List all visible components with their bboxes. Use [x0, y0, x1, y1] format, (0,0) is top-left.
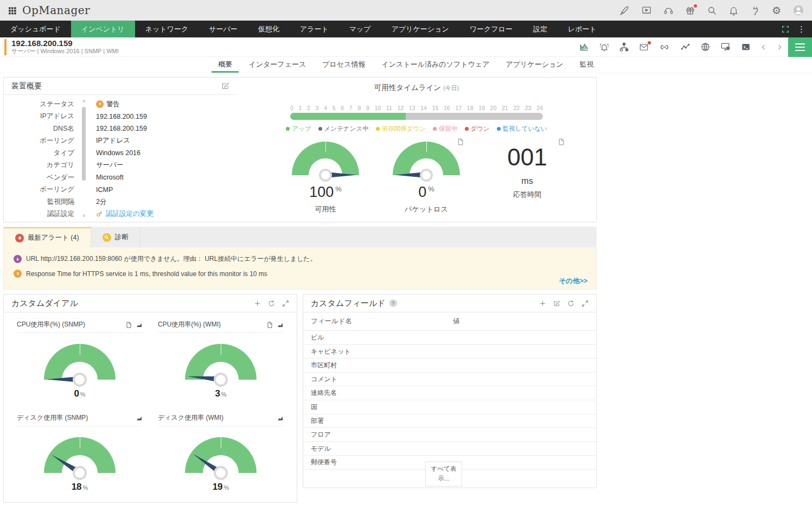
mail-icon[interactable] [638, 42, 649, 52]
graph-icon[interactable] [136, 415, 143, 421]
graph-icon[interactable] [277, 322, 284, 328]
dial-disk-wmi: ディスク使用率 (WMI) 19% [150, 413, 291, 492]
nav-settings[interactable]: 設定 [523, 21, 558, 37]
tab-interfaces[interactable]: インターフェース [242, 57, 312, 73]
mail-badge [648, 41, 651, 44]
monitor-test-icon[interactable] [125, 322, 132, 328]
add-icon[interactable] [539, 300, 546, 307]
nav-reports[interactable]: レポート [558, 21, 607, 37]
field-row: フロア [303, 428, 596, 442]
summary-row: タイプWindows 2016 [4, 147, 237, 159]
tab-diagnostics[interactable]: 診断 [91, 227, 140, 247]
tab-processes[interactable]: プロセス情報 [316, 57, 372, 73]
bell-icon[interactable] [728, 5, 739, 16]
summary-row: IPアドレス192.168.200.159 [4, 111, 237, 123]
search-icon[interactable] [707, 5, 717, 16]
column-value: 値 [453, 317, 460, 326]
menu-burger[interactable] [788, 37, 812, 57]
help-icon[interactable]: ? [389, 299, 397, 307]
summary-row: DNS名192.168.200.159 [4, 123, 237, 135]
device-title: 192.168.200.159 [11, 39, 119, 48]
availability-subtitle: (今日) [443, 85, 459, 91]
headset-icon[interactable] [663, 5, 674, 16]
avatar[interactable] [792, 4, 804, 16]
legend-pending: 保留中 [433, 125, 458, 133]
nav-dashboard[interactable]: ダッシュボード [0, 21, 71, 37]
diagnose-icon [103, 233, 111, 242]
summary-scrollbar[interactable]: ∧ ∨ [81, 99, 87, 218]
more-alerts-link[interactable]: その他>> [559, 277, 587, 286]
add-icon[interactable] [254, 300, 261, 307]
nav-applications[interactable]: アプリケーション [381, 21, 459, 37]
field-row: 部署 [303, 414, 596, 428]
field-row: コメント [303, 373, 596, 387]
availability-timeline-bar[interactable] [290, 113, 543, 120]
graph-icon[interactable] [136, 322, 143, 328]
tab-overview[interactable]: 概要 [212, 57, 239, 73]
apps-grid-icon[interactable] [8, 6, 17, 15]
nav-virtualization[interactable]: 仮想化 [248, 21, 290, 37]
nav-server[interactable]: サーバー [199, 21, 248, 37]
gift-icon[interactable] [685, 5, 695, 16]
scroll-up-icon[interactable]: ∧ [81, 99, 87, 104]
fullscreen-icon[interactable] [781, 25, 790, 34]
nav-alerts[interactable]: アラート [290, 21, 339, 37]
device-subtitle: サーバー | Windows 2016 | SNMP | WMI [11, 48, 119, 55]
custom-fields-panel: カスタムフィールド? フィールド名 値 ビル キャビネット 市区町村 コメント … [303, 294, 597, 488]
alarm-bell-icon[interactable] [599, 42, 610, 52]
refresh-icon[interactable] [567, 300, 574, 307]
field-row: キャビネット [303, 345, 596, 359]
remote-session-icon[interactable]: $ [720, 42, 731, 52]
field-row: 連絡先名 [303, 386, 596, 400]
rocket-icon[interactable] [619, 5, 630, 16]
nav-workflow[interactable]: ワークフロー [459, 21, 523, 37]
alert-item[interactable]: URL http://192.168.200.159:8060 が使用できません… [14, 254, 586, 264]
tab-latest-alerts[interactable]: 最新アラート (4) [4, 227, 91, 247]
scroll-thumb[interactable] [82, 107, 86, 181]
field-row: ビル [303, 331, 596, 345]
screen-share-icon[interactable] [641, 5, 652, 16]
legend-unmonitored: 監視していない [497, 125, 547, 133]
edit-icon[interactable] [553, 300, 560, 307]
warning-status-icon: !! [96, 100, 104, 108]
performance-chart-icon[interactable] [579, 42, 590, 52]
plug-icon[interactable] [750, 5, 760, 16]
availability-title: 可用性タイムライン [374, 84, 441, 92]
response-time-value: 001 [487, 144, 568, 171]
graph-icon[interactable] [277, 415, 284, 421]
monitor-test-icon[interactable] [558, 138, 565, 145]
summary-row: ポーリングICMP [4, 184, 237, 196]
nav-network[interactable]: ネットワーク [135, 21, 199, 37]
scroll-down-icon[interactable]: ∨ [81, 214, 87, 218]
expand-icon[interactable] [282, 300, 289, 307]
link-icon[interactable] [658, 42, 670, 52]
app-logo: OpManager [22, 4, 90, 17]
monitor-test-icon[interactable] [266, 322, 273, 328]
prev-chevron[interactable] [760, 42, 767, 52]
show-all-button[interactable]: すべて表示... [425, 462, 462, 487]
summary-row: 監視間隔2分 [4, 196, 237, 208]
legend-maintenance: メンテナンス中 [318, 125, 369, 133]
nav-inventory[interactable]: インベントリ [71, 21, 135, 37]
svg-text:$: $ [727, 47, 729, 50]
kebab-menu-icon[interactable]: ⋮ [797, 24, 805, 34]
terminal-icon[interactable] [740, 42, 751, 52]
graph-icon[interactable] [680, 42, 691, 52]
tab-applications[interactable]: アプリケーション [499, 57, 570, 73]
tab-monitoring[interactable]: 監視 [573, 57, 600, 73]
column-field-name: フィールド名 [311, 317, 453, 326]
main-nav: ダッシュボード インベントリ ネットワーク サーバー 仮想化 アラート マップ … [0, 21, 812, 37]
next-chevron[interactable] [776, 42, 783, 52]
globe-icon[interactable] [700, 42, 711, 52]
edit-icon[interactable] [221, 82, 229, 90]
topology-icon[interactable] [619, 42, 629, 52]
timeline-hours: 0123456789101112131415161718192021222324 [290, 105, 543, 111]
tab-installed-software[interactable]: インストール済みのソフトウェア [375, 57, 496, 73]
custom-fields-title: カスタムフィールド [311, 298, 386, 309]
refresh-icon[interactable] [268, 300, 275, 307]
alert-item[interactable]: !! Response Time for HTTPS service is 1 … [14, 270, 586, 278]
nav-maps[interactable]: マップ [339, 21, 381, 37]
expand-icon[interactable] [581, 300, 589, 307]
auth-settings-link[interactable]: 認証設定の変更 [106, 209, 154, 219]
gear-icon[interactable]: ⚙ [772, 5, 781, 16]
